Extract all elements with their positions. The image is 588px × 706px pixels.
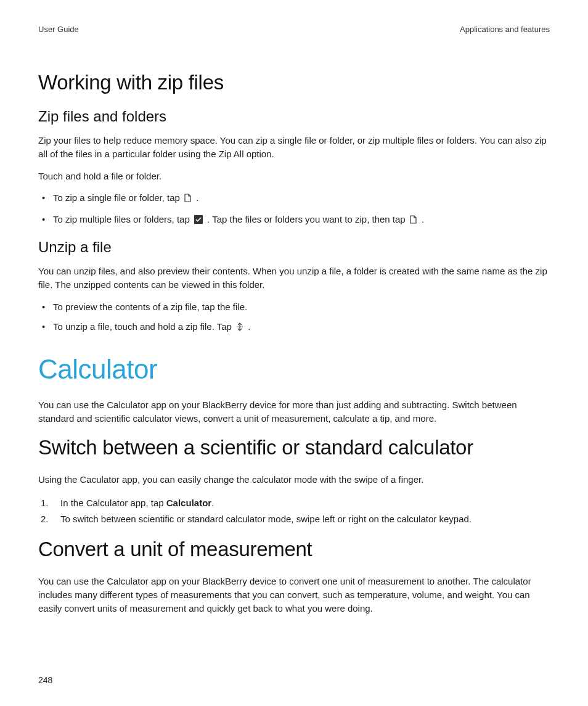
text: . bbox=[422, 214, 424, 224]
text: . bbox=[211, 498, 214, 508]
text: To switch between scientific or standard… bbox=[60, 514, 472, 524]
heading-calculator: Calculator bbox=[38, 354, 550, 385]
text: To unzip a file, touch and hold a zip fi… bbox=[53, 321, 234, 332]
numbered-list: In the Calculator app, tap Calculator. T… bbox=[38, 495, 550, 527]
paragraph: You can use the Calculator app on your B… bbox=[38, 575, 550, 615]
list-item: To zip a single file or folder, tap . bbox=[38, 191, 550, 207]
text: . Tap the files or folders you want to z… bbox=[207, 214, 408, 224]
paragraph: You can use the Calculator app on your B… bbox=[38, 398, 550, 425]
text: To zip a single file or folder, tap bbox=[53, 192, 182, 203]
paragraph: Zip your files to help reduce memory spa… bbox=[38, 134, 550, 161]
page-header: User Guide Applications and features bbox=[38, 25, 550, 34]
heading-convert-unit: Convert a unit of measurement bbox=[38, 538, 550, 561]
header-left: User Guide bbox=[38, 25, 79, 34]
list-item: To preview the contents of a zip file, t… bbox=[38, 300, 550, 314]
paragraph: Touch and hold a file or folder. bbox=[38, 170, 550, 183]
page-number: 248 bbox=[38, 675, 52, 685]
bullet-list: To preview the contents of a zip file, t… bbox=[38, 300, 550, 335]
file-icon bbox=[184, 192, 192, 207]
unzip-icon bbox=[236, 321, 243, 335]
list-item: To unzip a file, touch and hold a zip fi… bbox=[38, 320, 550, 335]
heading-zip-files-folders: Zip files and folders bbox=[38, 108, 550, 125]
text: To zip multiple files or folders, tap bbox=[53, 214, 192, 224]
bold-text: Calculator bbox=[166, 498, 211, 508]
header-right: Applications and features bbox=[460, 25, 550, 34]
text: . bbox=[196, 192, 198, 203]
file-icon bbox=[410, 214, 417, 228]
bullet-list: To zip a single file or folder, tap . To… bbox=[38, 191, 550, 228]
list-item: To switch between scientific or standard… bbox=[38, 511, 550, 527]
heading-working-with-zip: Working with zip files bbox=[38, 71, 550, 94]
page-content: User Guide Applications and features Wor… bbox=[0, 0, 588, 648]
text: To preview the contents of a zip file, t… bbox=[53, 302, 247, 312]
paragraph: You can unzip files, and also preview th… bbox=[38, 265, 550, 292]
list-item: In the Calculator app, tap Calculator. bbox=[38, 495, 550, 511]
select-icon bbox=[194, 214, 203, 228]
heading-switch-calculator: Switch between a scientific or standard … bbox=[38, 436, 550, 459]
text: In the Calculator app, tap bbox=[60, 498, 166, 508]
text: . bbox=[248, 321, 250, 332]
list-item: To zip multiple files or folders, tap . … bbox=[38, 213, 550, 228]
paragraph: Using the Caculator app, you can easily … bbox=[38, 473, 550, 486]
heading-unzip: Unzip a file bbox=[38, 239, 550, 256]
